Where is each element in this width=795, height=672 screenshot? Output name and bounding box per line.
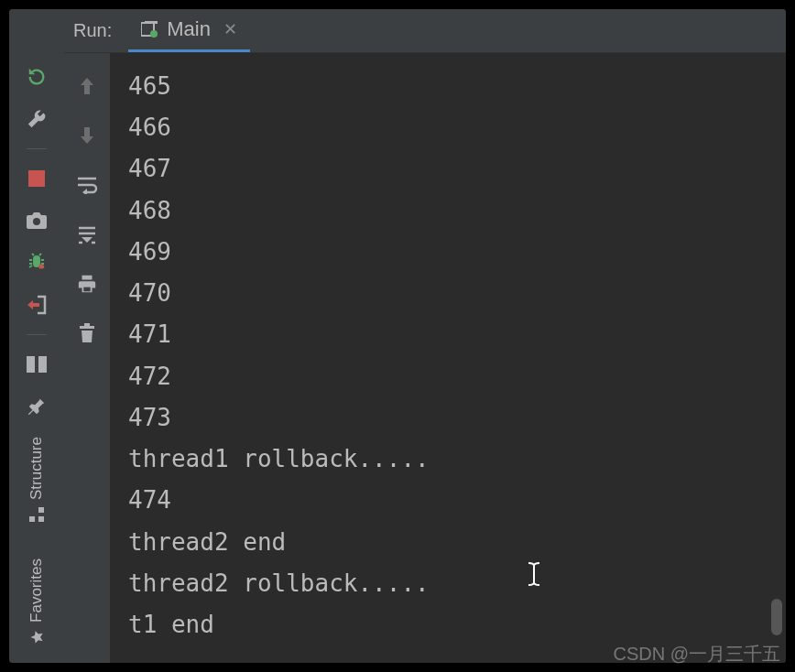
run-content: Run: Main ✕: [64, 9, 786, 663]
tab-main[interactable]: Main ✕: [128, 9, 250, 52]
console-line: 473: [128, 397, 768, 439]
run-body: 465466467468469470471472473thread1 rollb…: [64, 53, 786, 663]
console-line: 472: [128, 356, 768, 397]
trash-icon[interactable]: [73, 320, 101, 346]
svg-point-8: [150, 30, 158, 38]
svg-rect-3: [29, 516, 35, 522]
sidebar-vertical-tabs: Structure Favorites: [9, 437, 64, 645]
tab-label: Main: [167, 17, 211, 41]
scroll-to-end-icon[interactable]: [73, 222, 101, 247]
divider: [27, 334, 47, 335]
scrollbar-track[interactable]: [771, 53, 784, 663]
rerun-icon[interactable]: [23, 64, 50, 90]
svg-rect-9: [83, 287, 90, 292]
console-toolbar: [64, 53, 110, 663]
console-line: 474: [128, 480, 768, 521]
pin-icon[interactable]: [23, 394, 50, 419]
console-line: thread1 rollback.....: [128, 439, 768, 480]
console-line: thread2 rollback.....: [128, 563, 768, 604]
divider: [27, 148, 47, 149]
exit-icon[interactable]: [23, 292, 50, 318]
close-icon[interactable]: ✕: [223, 19, 237, 39]
watermark: CSDN @一月三千五: [613, 642, 780, 667]
svg-rect-2: [38, 356, 47, 373]
svg-rect-5: [38, 507, 44, 513]
run-header: Run: Main ✕: [64, 9, 786, 53]
console-output[interactable]: 465466467468469470471472473thread1 rollb…: [110, 53, 786, 663]
camera-icon[interactable]: [23, 208, 50, 233]
console-line: 471: [128, 314, 768, 355]
console-line: 467: [128, 148, 768, 190]
console-line: 465: [128, 66, 768, 107]
svg-rect-7: [145, 21, 158, 24]
svg-rect-1: [27, 356, 35, 373]
arrow-down-icon[interactable]: [73, 123, 101, 148]
favorites-tab[interactable]: Favorites: [27, 558, 46, 645]
print-icon[interactable]: [73, 271, 101, 297]
console-line: 466: [128, 107, 768, 148]
console-line: t1 end: [128, 604, 768, 645]
stop-button[interactable]: [23, 166, 50, 191]
favorites-label: Favorites: [27, 558, 46, 623]
wrench-icon[interactable]: [23, 106, 50, 132]
run-config-icon: [141, 21, 159, 38]
left-tool-sidebar: Structure Favorites: [9, 9, 64, 663]
run-label: Run:: [73, 9, 128, 52]
arrow-up-icon[interactable]: [73, 73, 101, 99]
console-line: thread2 end: [128, 522, 768, 563]
console-line: 469: [128, 232, 768, 273]
layout-icon[interactable]: [23, 352, 50, 377]
structure-tab[interactable]: Structure: [27, 437, 46, 522]
console-line: 468: [128, 190, 768, 232]
soft-wrap-icon[interactable]: [73, 172, 101, 198]
structure-label: Structure: [27, 437, 46, 500]
svg-point-0: [33, 218, 40, 225]
scrollbar-thumb[interactable]: [771, 599, 782, 635]
ide-run-panel: Structure Favorites Run: Main ✕: [9, 9, 786, 663]
bug-icon[interactable]: [23, 250, 50, 276]
console-line: 470: [128, 273, 768, 314]
svg-rect-4: [38, 516, 44, 522]
